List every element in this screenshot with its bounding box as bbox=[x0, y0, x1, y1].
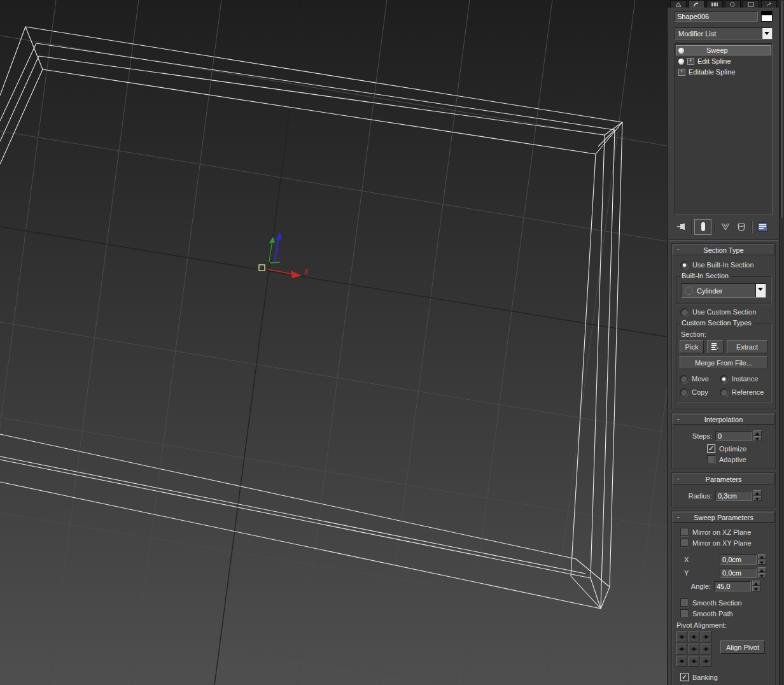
checkbox-label: Smooth Path bbox=[692, 610, 733, 618]
collapse-icon[interactable]: - bbox=[677, 474, 680, 482]
rollout-header-interpolation[interactable]: - Interpolation bbox=[673, 414, 774, 425]
collapse-icon[interactable]: - bbox=[677, 245, 680, 253]
spinner-down-icon[interactable] bbox=[758, 573, 766, 578]
spinner-up-icon[interactable] bbox=[753, 430, 762, 435]
rollout-title: Parameters bbox=[673, 476, 774, 483]
radio-copy[interactable]: Copy bbox=[680, 386, 720, 398]
smooth-section-checkbox[interactable]: Smooth Section bbox=[680, 597, 772, 608]
pin-stack-icon[interactable] bbox=[673, 220, 689, 234]
merge-from-file-button[interactable]: Merge From File... bbox=[680, 356, 767, 369]
modify-tab-icon[interactable] bbox=[689, 0, 705, 8]
radio-icon[interactable] bbox=[720, 375, 728, 383]
rollout-header-section-type[interactable]: - Section Type bbox=[673, 244, 774, 255]
spinner-up-icon[interactable] bbox=[753, 490, 762, 495]
radio-icon[interactable] bbox=[680, 375, 688, 383]
rollout-header-sweep-parameters[interactable]: - Sweep Parameters bbox=[673, 512, 774, 523]
angle-field[interactable] bbox=[714, 581, 751, 591]
scrollbar-thumb[interactable] bbox=[780, 1, 784, 218]
collapse-icon[interactable]: - bbox=[677, 512, 680, 520]
utilities-tab-icon[interactable] bbox=[761, 0, 778, 8]
steps-spinner[interactable] bbox=[753, 430, 762, 441]
object-name-field[interactable] bbox=[675, 11, 758, 22]
expand-plus-icon[interactable]: + bbox=[687, 58, 694, 65]
checkbox-icon[interactable] bbox=[680, 598, 689, 607]
modifier-stack-item-edit-spline[interactable]: + Edit Spline bbox=[676, 56, 771, 66]
builtin-section-dropdown[interactable]: Cylinder bbox=[681, 283, 766, 298]
banking-checkbox[interactable]: ✓ Banking bbox=[680, 672, 772, 682]
x-offset-field[interactable] bbox=[720, 554, 757, 565]
spinner-down-icon[interactable] bbox=[752, 586, 760, 591]
modifier-list-dropdown[interactable]: Modifier List bbox=[675, 27, 773, 39]
pivot-align-button[interactable] bbox=[689, 632, 699, 642]
radio-use-custom-section[interactable]: Use Custom Section bbox=[680, 306, 772, 318]
radio-icon[interactable] bbox=[720, 388, 728, 397]
checkbox-icon[interactable]: ✓ bbox=[707, 444, 715, 453]
y-offset-field[interactable] bbox=[720, 568, 757, 578]
create-tab-icon[interactable] bbox=[670, 0, 687, 8]
motion-tab-icon[interactable] bbox=[725, 0, 741, 8]
spinner-down-icon[interactable] bbox=[758, 560, 766, 565]
chevron-down-icon[interactable] bbox=[755, 284, 766, 297]
union-intersections-checkbox[interactable]: Union Intersections bbox=[680, 682, 772, 685]
radio-icon[interactable] bbox=[680, 261, 689, 269]
x-offset-spinner[interactable] bbox=[758, 554, 766, 565]
pivot-align-button[interactable] bbox=[701, 644, 711, 654]
adaptive-checkbox[interactable]: Adaptive bbox=[707, 454, 772, 465]
chevron-down-icon[interactable] bbox=[762, 28, 772, 39]
pivot-align-button[interactable] bbox=[689, 656, 699, 667]
align-pivot-button[interactable]: Align Pivot bbox=[720, 640, 765, 654]
checkbox-icon[interactable] bbox=[680, 609, 689, 618]
display-tab-icon[interactable] bbox=[743, 0, 759, 8]
extract-button[interactable]: Extract bbox=[727, 340, 767, 353]
collapse-icon[interactable]: - bbox=[677, 414, 680, 422]
pivot-align-button[interactable] bbox=[676, 644, 687, 654]
steps-field[interactable] bbox=[715, 431, 752, 441]
radio-use-builtin-section[interactable]: Use Built-In Section bbox=[680, 259, 772, 271]
pick-by-name-button[interactable] bbox=[707, 340, 724, 353]
radius-spinner[interactable] bbox=[753, 490, 762, 501]
radius-field[interactable] bbox=[715, 491, 752, 501]
pivot-align-button[interactable] bbox=[689, 644, 699, 654]
object-color-swatch[interactable] bbox=[761, 11, 773, 22]
rollout-header-parameters[interactable]: - Parameters bbox=[673, 474, 774, 484]
viewport[interactable]: X bbox=[0, 0, 667, 685]
checkbox-icon[interactable] bbox=[680, 528, 689, 536]
radio-reference[interactable]: Reference bbox=[720, 386, 767, 398]
angle-spinner[interactable] bbox=[752, 581, 760, 591]
pivot-align-button[interactable] bbox=[676, 656, 687, 667]
expand-plus-icon[interactable]: + bbox=[678, 69, 685, 76]
checkbox-icon[interactable] bbox=[707, 455, 715, 463]
modifier-stack-item-sweep[interactable]: Sweep bbox=[676, 45, 771, 55]
pick-button[interactable]: Pick bbox=[680, 340, 704, 353]
mirror-xy-checkbox[interactable]: Mirror on XY Plane bbox=[680, 537, 772, 548]
pivot-align-button[interactable] bbox=[701, 632, 711, 642]
optimize-checkbox[interactable]: ✓ Optimize bbox=[707, 443, 772, 454]
radio-icon[interactable] bbox=[680, 308, 689, 316]
modifier-stack-item-editable-spline[interactable]: + Editable Spline bbox=[676, 67, 771, 77]
radio-instance[interactable]: Instance bbox=[720, 373, 767, 385]
pivot-align-button[interactable] bbox=[676, 632, 687, 642]
mirror-xz-checkbox[interactable]: Mirror on XZ Plane bbox=[680, 526, 772, 537]
lightbulb-icon[interactable] bbox=[678, 59, 684, 64]
pivot-align-button[interactable] bbox=[701, 656, 711, 667]
spinner-up-icon[interactable] bbox=[758, 554, 766, 559]
spinner-up-icon[interactable] bbox=[758, 567, 766, 572]
radio-icon[interactable] bbox=[680, 388, 688, 397]
y-offset-spinner[interactable] bbox=[758, 567, 766, 578]
make-unique-icon[interactable] bbox=[717, 220, 733, 234]
checkbox-icon[interactable]: ✓ bbox=[680, 673, 689, 681]
command-panel: Modifier List Sweep + Edit Spline + Edit… bbox=[667, 0, 780, 685]
radio-move[interactable]: Move bbox=[680, 373, 720, 385]
spinner-up-icon[interactable] bbox=[752, 581, 760, 586]
hierarchy-tab-icon[interactable] bbox=[706, 0, 723, 8]
lightbulb-icon[interactable] bbox=[678, 48, 684, 53]
configure-modifier-sets-icon[interactable] bbox=[755, 220, 771, 234]
spinner-down-icon[interactable] bbox=[753, 496, 762, 501]
smooth-path-checkbox[interactable]: Smooth Path bbox=[680, 608, 772, 619]
remove-modifier-icon[interactable] bbox=[733, 220, 749, 234]
spinner-down-icon[interactable] bbox=[753, 436, 762, 441]
checkbox-icon[interactable] bbox=[680, 539, 689, 547]
panel-scrollbar[interactable] bbox=[779, 0, 784, 685]
show-end-result-icon[interactable] bbox=[694, 219, 711, 235]
svg-text:X: X bbox=[303, 267, 309, 276]
